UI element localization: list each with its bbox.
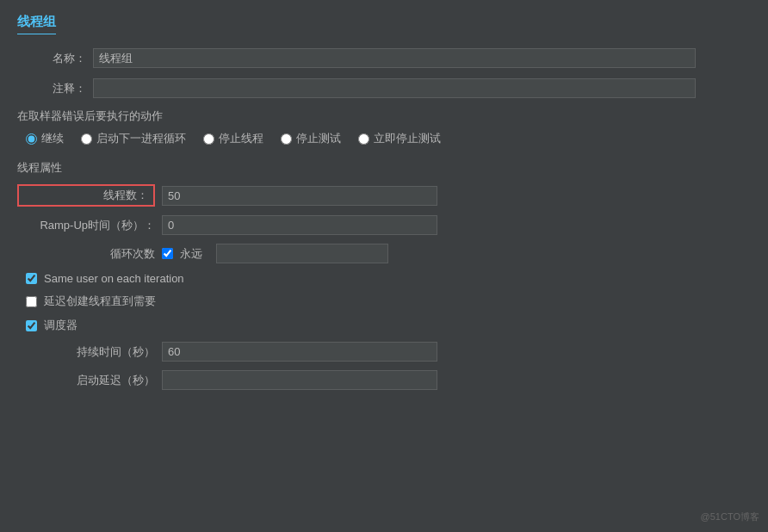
radio-continue[interactable]: 继续 [26, 131, 64, 146]
forever-checkbox[interactable] [162, 248, 173, 259]
duration-input[interactable] [162, 342, 437, 362]
watermark: @51CTO博客 [701, 510, 759, 523]
radio-stop-thread-label: 停止线程 [219, 131, 263, 146]
comment-row: 注释： [17, 78, 751, 98]
radio-continue-label: 继续 [41, 131, 64, 146]
scheduler-row: 调度器 [17, 318, 751, 333]
delay-create-label[interactable]: 延迟创建线程直到需要 [44, 294, 156, 309]
thread-group-panel: 线程组 名称： 注释： 在取样器错误后要执行的动作 继续 启动下一进程循环 停止… [0, 0, 768, 412]
same-user-label[interactable]: Same user on each iteration [44, 272, 184, 285]
radio-stop-thread[interactable]: 停止线程 [203, 131, 263, 146]
radio-stop-test-now[interactable]: 立即停止测试 [358, 131, 441, 146]
sampler-error-title: 在取样器错误后要执行的动作 [17, 108, 751, 124]
delay-create-checkbox[interactable] [26, 296, 37, 307]
ramp-up-row: Ramp-Up时间（秒）： [17, 215, 751, 235]
duration-row: 持续时间（秒） [17, 342, 751, 362]
radio-next-loop[interactable]: 启动下一进程循环 [81, 131, 186, 146]
ramp-up-input[interactable] [162, 215, 437, 235]
thread-count-label: 线程数： [17, 184, 155, 207]
delay-create-row: 延迟创建线程直到需要 [17, 294, 751, 309]
name-input[interactable] [93, 48, 696, 68]
radio-stop-test-now-label: 立即停止测试 [374, 131, 441, 146]
startup-delay-label: 启动延迟（秒） [17, 373, 155, 388]
radio-next-loop-label: 启动下一进程循环 [96, 131, 186, 146]
same-user-row: Same user on each iteration [17, 272, 751, 285]
scheduler-checkbox[interactable] [26, 320, 37, 331]
comment-input[interactable] [93, 78, 696, 98]
name-label: 名称： [17, 51, 86, 66]
startup-delay-input[interactable] [162, 370, 437, 390]
radio-stop-test[interactable]: 停止测试 [281, 131, 341, 146]
panel-title: 线程组 [17, 14, 56, 34]
same-user-checkbox[interactable] [26, 273, 37, 284]
forever-label[interactable]: 永远 [180, 246, 202, 262]
loop-count-label: 循环次数 [17, 246, 155, 262]
thread-count-row: 线程数： [17, 184, 751, 207]
loop-forever-group: 永远 [162, 244, 388, 263]
thread-props-title: 线程属性 [17, 160, 751, 176]
name-row: 名称： [17, 48, 751, 68]
ramp-up-label: Ramp-Up时间（秒）： [17, 218, 155, 233]
radio-stop-test-label: 停止测试 [296, 131, 341, 146]
scheduler-label[interactable]: 调度器 [44, 318, 77, 333]
error-action-radio-group: 继续 启动下一进程循环 停止线程 停止测试 立即停止测试 [17, 131, 751, 146]
comment-label: 注释： [17, 81, 86, 96]
thread-count-input[interactable] [162, 186, 437, 206]
startup-delay-row: 启动延迟（秒） [17, 370, 751, 390]
duration-label: 持续时间（秒） [17, 344, 155, 360]
loop-count-input[interactable] [216, 244, 388, 263]
loop-count-row: 循环次数 永远 [17, 244, 751, 263]
thread-properties: 线程数： Ramp-Up时间（秒）： 循环次数 永远 Same user on … [17, 184, 751, 390]
